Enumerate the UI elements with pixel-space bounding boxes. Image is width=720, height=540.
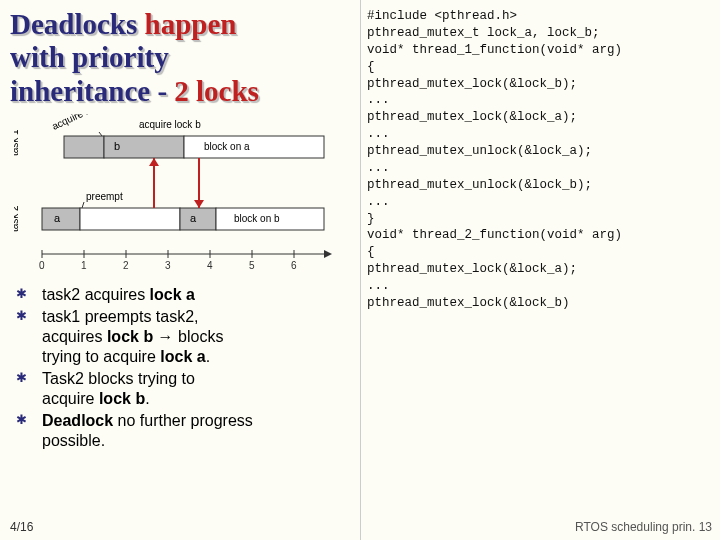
title-line2: with priority [10, 41, 169, 73]
label-task1: task 1 [14, 129, 20, 156]
bullet-4-bold: Deadlock [42, 412, 118, 429]
code-line: pthread_mutex_t lock_a, lock_b; [367, 25, 714, 42]
svg-marker-12 [194, 200, 204, 208]
label-block-on-a: block on a [204, 141, 250, 152]
svg-rect-4 [42, 208, 80, 230]
svg-rect-6 [180, 208, 216, 230]
code-line: void* thread_1_function(void* arg) [367, 42, 714, 59]
bullet-list: task2 acquires lock a task1 preempts tas… [38, 285, 350, 451]
bullet-2-l3b: lock a [160, 348, 205, 365]
svg-rect-5 [80, 208, 180, 230]
code-line: #include <pthread.h> [367, 8, 714, 25]
title-line3b: 2 locks [174, 75, 259, 107]
box-b-task1: b [114, 140, 120, 152]
footer-text: RTOS scheduling prin. 13 [575, 520, 712, 534]
slide-title: Deadlocks happen with priority inheritan… [10, 8, 350, 108]
label-acq-a: acquire lock a [50, 114, 111, 132]
label-task2: task 2 [14, 205, 20, 232]
slide-number: 4/16 [10, 520, 33, 534]
bullet-2-l2c: → blocks [153, 328, 223, 345]
timeline-diagram: task 1 task 2 b acquire lock a acquire l… [14, 114, 339, 279]
code-line: pthread_mutex_unlock(&lock_b); [367, 177, 714, 194]
svg-rect-0 [64, 136, 104, 158]
bullet-3-l2a: acquire [42, 390, 99, 407]
title-word-deadlocks: Deadlocks [10, 8, 145, 40]
code-line: ... [367, 92, 714, 109]
bullet-2-l3a: trying to acquire [42, 348, 160, 365]
bullet-1-bold: lock a [150, 286, 195, 303]
bullet-4-l2: possible. [42, 432, 105, 449]
bullet-3-l2c: . [145, 390, 149, 407]
code-line: ... [367, 126, 714, 143]
code-block: #include <pthread.h> pthread_mutex_t loc… [360, 0, 720, 540]
code-line: void* thread_2_function(void* arg) [367, 227, 714, 244]
box-a-task2-1: a [54, 212, 61, 224]
label-block-on-b: block on b [234, 213, 280, 224]
bullet-3-l1: Task2 blocks trying to [42, 370, 195, 387]
title-word-happen: happen [145, 8, 237, 40]
label-preempt: preempt [86, 191, 123, 202]
tick-4: 4 [207, 260, 213, 271]
code-line: ... [367, 160, 714, 177]
code-line: ... [367, 278, 714, 295]
code-line: pthread_mutex_unlock(&lock_a); [367, 143, 714, 160]
svg-marker-10 [149, 158, 159, 166]
bullet-2-l3c: . [206, 348, 210, 365]
bullet-2: task1 preempts task2, acquires lock b → … [38, 307, 350, 367]
tick-6: 6 [291, 260, 297, 271]
code-line: pthread_mutex_lock(&lock_a); [367, 261, 714, 278]
bullet-1: task2 acquires lock a [38, 285, 350, 305]
code-line: pthread_mutex_lock(&lock_b) [367, 295, 714, 312]
title-line3a: inheritance - [10, 75, 174, 107]
code-line: } [367, 211, 714, 228]
svg-line-8 [82, 202, 84, 208]
bullet-3-l2b: lock b [99, 390, 145, 407]
code-line: { [367, 59, 714, 76]
label-acq-b: acquire lock b [139, 119, 201, 130]
tick-1: 1 [81, 260, 87, 271]
box-a-task2-2: a [190, 212, 197, 224]
bullet-4-text: no further progress [118, 412, 253, 429]
code-line: ... [367, 194, 714, 211]
bullet-1-text: task2 acquires [42, 286, 150, 303]
svg-marker-14 [324, 250, 332, 258]
tick-2: 2 [123, 260, 129, 271]
bullet-2-l2a: acquires [42, 328, 107, 345]
svg-line-3 [99, 132, 102, 136]
code-line: pthread_mutex_lock(&lock_b); [367, 76, 714, 93]
tick-0: 0 [39, 260, 45, 271]
tick-5: 5 [249, 260, 255, 271]
bullet-2-l1: task1 preempts task2, [42, 308, 199, 325]
bullet-2-l2b: lock b [107, 328, 153, 345]
code-line: pthread_mutex_lock(&lock_a); [367, 109, 714, 126]
code-line: { [367, 244, 714, 261]
tick-3: 3 [165, 260, 171, 271]
bullet-4: Deadlock no further progress possible. [38, 411, 350, 451]
bullet-3: Task2 blocks trying to acquire lock b. [38, 369, 350, 409]
